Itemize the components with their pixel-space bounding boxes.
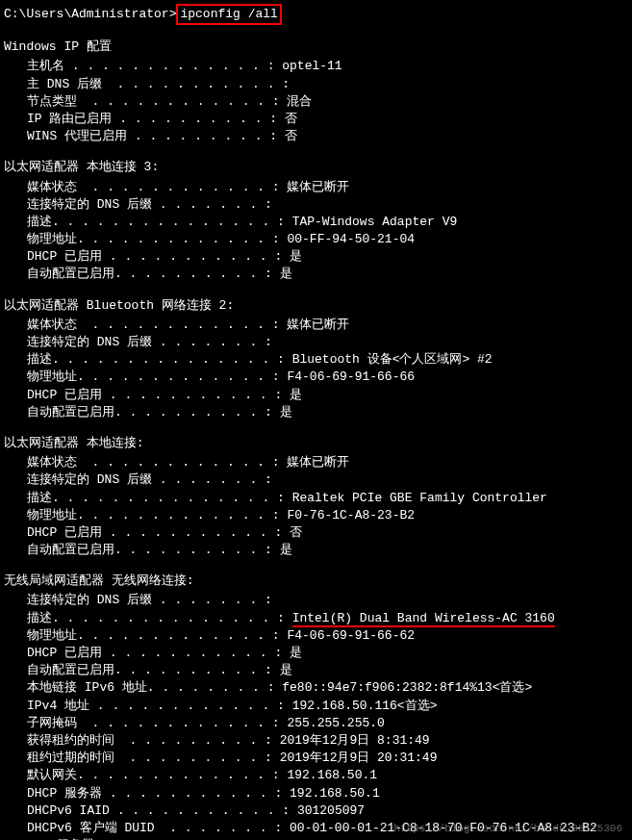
config-row: 连接特定的 DNS 后缀 . . . . . . . : <box>27 592 628 609</box>
config-label: 节点类型 <box>27 94 77 109</box>
config-value: 否 <box>285 112 297 126</box>
config-value: 是 <box>290 388 302 402</box>
config-label: 物理地址. <box>27 232 85 246</box>
config-row: 物理地址. . . . . . . . . . . . . : F0-76-1C… <box>27 507 628 524</box>
config-value: 2019年12月9日 20:31:49 <box>280 751 438 765</box>
config-value: 192.168.50.1 <box>290 786 380 801</box>
config-row: 描述. . . . . . . . . . . . . . . : Intel(… <box>27 610 628 627</box>
config-row: DHCP 已启用 . . . . . . . . . . . : 是 <box>27 387 628 404</box>
config-dots: . . . . . . . . . . . . . . : <box>60 215 292 229</box>
config-dots: . . . . . . . . . . . : <box>102 249 290 264</box>
config-row: 物理地址. . . . . . . . . . . . . : F4-06-69… <box>27 369 628 386</box>
config-value: 否 <box>290 525 302 540</box>
config-dots: . . . . . . . . . . . : <box>102 388 290 402</box>
watermark-text: https://blog.csdn.net/baidu_38115306 <box>393 822 622 836</box>
config-dots: . . . . . . . . . . : <box>112 112 284 126</box>
config-dots: . . . . . . . . . . . : <box>110 803 297 818</box>
config-dots: . . . . . . . . . : <box>114 751 280 765</box>
config-row: 自动配置已启用. . . . . . . . . . : 是 <box>27 266 628 283</box>
config-dots: . . . . . . . : <box>152 472 280 487</box>
config-label: 连接特定的 DNS 后缀 <box>27 472 152 487</box>
config-dots: . . . . . . . . . . . : <box>102 525 290 540</box>
config-label: 物理地址. <box>27 369 85 384</box>
config-value: 混合 <box>287 94 312 109</box>
config-row: 描述. . . . . . . . . . . . . . . : Realte… <box>27 490 628 507</box>
config-label: 物理地址. <box>27 508 85 522</box>
adapter4-header: 无线局域网适配器 无线网络连接: <box>4 573 628 590</box>
config-label: 本地链接 IPv6 地址. <box>27 680 155 695</box>
config-label: DHCP 已启用 <box>27 646 102 660</box>
config-dots: . . . . . . . . . . . . : <box>89 699 292 713</box>
config-label: 默认网关. <box>27 768 85 782</box>
config-label: DHCP 已启用 <box>27 249 102 264</box>
config-label: 获得租约的时间 <box>27 733 114 748</box>
config-label: 自动配置已启用. <box>27 405 122 420</box>
config-dots: . . . . . . . . . . . . : <box>77 716 287 730</box>
config-label: DHCPv6 IAID <box>27 803 110 818</box>
config-dots: . . . . . . . . . : <box>122 543 280 557</box>
config-label: 描述. <box>27 352 60 367</box>
config-dots: . . . . . . . . . . . . : <box>77 318 287 332</box>
config-label: 描述. <box>27 611 60 625</box>
config-dots: . . . . . . . : <box>152 197 280 212</box>
config-label: 主 DNS 后缀 <box>27 77 102 91</box>
config-row: 主机名 . . . . . . . . . . . . . : optel-11 <box>27 58 628 75</box>
config-label: IPv4 地址 <box>27 699 89 713</box>
config-row: DHCP 已启用 . . . . . . . . . . . : 否 <box>27 524 628 542</box>
config-row: 默认网关. . . . . . . . . . . . . : 192.168.… <box>27 767 628 784</box>
config-dots: . . . . . . . : <box>152 335 280 349</box>
config-dots: . . . . . . . : <box>155 680 283 695</box>
config-label: 子网掩码 <box>27 716 77 730</box>
config-value: 是 <box>290 646 302 660</box>
config-value: Realtek PCIe GBE Family Controller <box>292 491 547 505</box>
config-dots: . . . . . . . . . . . . : <box>77 180 287 194</box>
adapter2-header: 以太网适配器 Bluetooth 网络连接 2: <box>4 297 628 315</box>
config-row: WINS 代理已启用 . . . . . . . . . : 否 <box>27 128 628 145</box>
config-dots: . . . . . . . . . . . . . : <box>64 59 282 73</box>
config-row: 连接特定的 DNS 后缀 . . . . . . . : <box>27 471 628 489</box>
config-dots: . . . . . . . . . : <box>114 733 280 748</box>
command-prompt-line: C:\Users\Administrator>ipconfig /all <box>4 4 628 25</box>
config-dots: . . . . . . . . . . . . . . : <box>60 352 292 367</box>
config-value: 否 <box>285 129 297 143</box>
config-row: 连接特定的 DNS 后缀 . . . . . . . : <box>27 196 628 214</box>
config-value: 媒体已断开 <box>287 318 349 332</box>
config-value: 255.255.255.0 <box>287 716 384 730</box>
config-row: IPv4 地址 . . . . . . . . . . . . : 192.16… <box>27 698 628 715</box>
config-value: F0-76-1C-A8-23-B2 <box>287 508 415 522</box>
config-row: 获得租约的时间 . . . . . . . . . : 2019年12月9日 8… <box>27 732 628 750</box>
config-label: DHCPv6 客户端 DUID <box>27 821 155 835</box>
command-highlight: ipconfig /all <box>176 4 281 25</box>
config-value: 是 <box>290 249 302 264</box>
prompt-path: C:\Users\Administrator> <box>4 7 176 21</box>
config-value: F4-06-69-91-66-62 <box>287 628 415 643</box>
config-dots: . . . . . . . . . . . . . . : <box>60 611 292 625</box>
config-row: 节点类型 . . . . . . . . . . . . : 混合 <box>27 93 628 111</box>
config-value: Bluetooth 设备<个人区域网> #2 <box>292 352 493 367</box>
config-value: 是 <box>280 543 292 557</box>
config-row: 自动配置已启用. . . . . . . . . . : 是 <box>27 542 628 559</box>
config-value: 媒体已断开 <box>287 455 349 470</box>
config-value: 媒体已断开 <box>287 180 349 194</box>
config-label: 主机名 <box>27 59 64 73</box>
config-value: 是 <box>280 663 292 677</box>
config-row: 描述. . . . . . . . . . . . . . . : Blueto… <box>27 351 628 369</box>
config-row: DHCP 已启用 . . . . . . . . . . . : 是 <box>27 248 628 266</box>
config-value: 是 <box>280 405 292 420</box>
config-value: 192.168.50.116<首选> <box>292 699 438 713</box>
adapter1-header: 以太网适配器 本地连接 3: <box>4 159 628 176</box>
config-dots: . . . . . . . . . : <box>122 663 280 677</box>
config-dots: . . . . . . . . . . . . : <box>85 508 288 522</box>
config-row: IP 路由已启用 . . . . . . . . . . : 否 <box>27 111 628 128</box>
config-value: optel-11 <box>282 59 341 73</box>
config-dots: . . . . . . . . . . . . : <box>85 369 288 384</box>
ipconfig-header: Windows IP 配置 <box>4 38 628 56</box>
adapter1-block: 媒体状态 . . . . . . . . . . . . : 媒体已断开连接特定… <box>4 179 628 284</box>
config-row: 自动配置已启用. . . . . . . . . . : 是 <box>27 404 628 421</box>
config-label: 自动配置已启用. <box>27 663 122 677</box>
config-row: 媒体状态 . . . . . . . . . . . . : 媒体已断开 <box>27 317 628 334</box>
config-row: 物理地址. . . . . . . . . . . . . : 00-FF-94… <box>27 231 628 248</box>
config-label: 媒体状态 <box>27 318 77 332</box>
adapter3-block: 媒体状态 . . . . . . . . . . . . : 媒体已断开连接特定… <box>4 454 628 559</box>
config-label: DHCP 已启用 <box>27 388 102 402</box>
